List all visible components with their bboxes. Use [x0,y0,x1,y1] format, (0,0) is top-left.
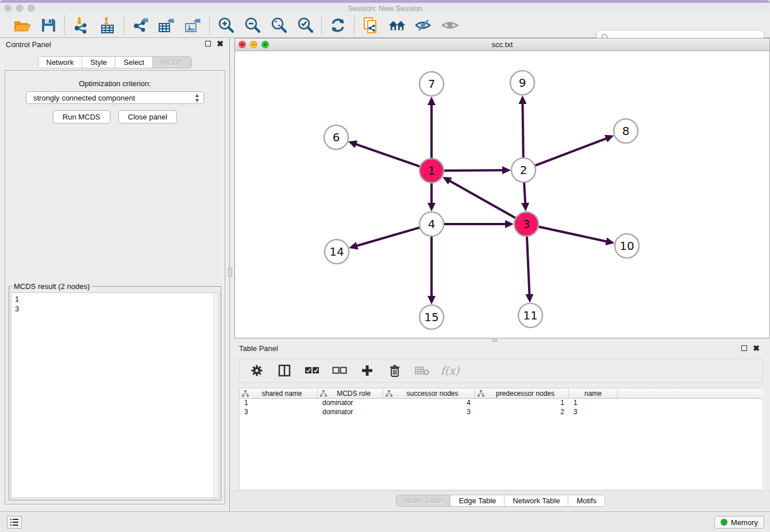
table-tab-node-table[interactable]: Node Table [396,495,451,506]
graph-edge-1-2[interactable] [442,170,505,171]
graph-edge-arrowhead [428,97,436,105]
control-panel-title: Control Panel [6,40,51,49]
table-tab-motifs[interactable]: Motifs [568,495,605,506]
graph-edge-1-6[interactable] [354,144,421,167]
delete-column-button[interactable] [387,363,403,379]
table-cell[interactable]: 3 [240,408,318,417]
run-mcds-button[interactable]: Run MCDS [53,110,110,124]
node-table[interactable]: shared nameMCDS rolesuccessor nodesprede… [239,388,763,490]
delete-table-button[interactable] [414,363,430,379]
export-network-button[interactable] [131,16,149,34]
graph-edge-2-8[interactable] [534,138,608,166]
table-cell[interactable]: 1 [569,399,618,408]
vertical-splitter-grip[interactable] [228,268,232,277]
table-row[interactable]: 3dominator323 [240,408,763,417]
table-tab-edge-table[interactable]: Edge Table [450,495,504,506]
tree-icon [320,390,327,397]
table-cell[interactable]: 2 [475,408,569,417]
table-row[interactable]: 1dominator411 [240,399,763,408]
table-tab-network-table[interactable]: Network Table [504,495,568,506]
select-all-columns-button[interactable] [304,363,320,379]
graph-node-label-15: 15 [424,310,438,324]
zoom-fit-button[interactable] [270,16,288,34]
show-all-button[interactable] [441,16,459,34]
save-session-button[interactable] [39,16,57,34]
network-graph[interactable]: 7968124314101511 [235,51,769,338]
table-cell[interactable]: dominator [318,399,383,408]
tree-icon [242,390,249,397]
network-window-titlebar[interactable]: ✕ − + scc.txt [235,38,769,51]
create-column-button[interactable] [359,363,375,379]
hide-selected-button[interactable] [414,16,433,34]
column-header-successor-nodes[interactable]: successor nodes [383,388,475,398]
zoom-selected-button[interactable] [296,16,314,34]
columns-icon [278,364,291,377]
table-cell[interactable]: 3 [569,408,618,417]
optimization-criterion-value: strongly connected component [33,94,135,102]
dropdown-stepper-icon: ▲▼ [194,92,200,103]
application-window: Session: New Session [0,0,770,532]
table-cell[interactable]: 1 [475,399,569,408]
graph-edge-3-10[interactable] [537,226,609,242]
tab-style[interactable]: Style [82,57,115,68]
graph-edge-arrowhead [521,203,529,211]
table-body: 1dominator4113dominator323 [240,399,763,417]
float-table-panel-icon[interactable] [741,345,747,351]
apply-layout-button[interactable] [329,16,347,34]
table-cell[interactable]: 3 [383,408,475,417]
zoom-out-button[interactable] [243,16,261,34]
table-settings-button[interactable] [249,363,265,379]
column-header-name[interactable]: name [569,388,618,398]
float-panel-icon[interactable] [205,41,211,47]
zoom-out-icon [244,17,261,34]
memory-label: Memory [731,518,758,527]
graph-edge-3-11[interactable] [527,235,530,296]
close-panel-button[interactable]: Close panel [118,110,178,124]
graph-node-label-1: 1 [428,164,436,178]
open-session-button[interactable] [13,16,31,34]
main-toolbar [0,13,770,38]
column-header-predecessor-nodes[interactable]: predecessor nodes [475,388,569,398]
column-label: predecessor nodes [484,390,566,398]
tab-select[interactable]: Select [115,57,152,68]
eye-icon [441,18,459,33]
tab-mcds[interactable]: MCDS [152,57,191,68]
table-cell[interactable]: 4 [383,399,475,408]
function-builder-button[interactable]: f(x) [442,363,458,379]
tab-network[interactable]: Network [38,57,82,68]
import-network-button[interactable] [72,16,90,34]
gear-icon [251,364,263,377]
graph-edge-3-1[interactable] [448,180,517,218]
table-cell[interactable]: 1 [240,399,318,408]
close-panel-icon[interactable]: ✖ [217,41,224,47]
column-header-shared-name[interactable]: shared name [240,388,318,398]
refresh-icon [330,17,346,33]
table-panel: Table Panel ✖ [231,342,770,511]
graph-edge-2-9[interactable] [522,102,523,159]
graph-edge-2-3[interactable] [524,181,525,205]
mcds-panel: Optimization criterion: strongly connect… [5,70,225,504]
mcds-result-title: MCDS result (2 nodes) [12,282,91,291]
task-history-button[interactable] [7,516,22,529]
export-image-button[interactable] [184,16,202,34]
horizontal-splitter-grip[interactable] [492,339,497,342]
result-scrollbar[interactable] [213,293,218,498]
network-canvas[interactable]: 7968124314101511 [235,51,769,338]
mcds-result-textarea[interactable]: 1 3 [11,292,219,498]
table-cell[interactable]: dominator [318,408,383,417]
memory-button[interactable]: Memory [714,516,764,529]
graph-edge-4-14[interactable] [355,227,421,246]
table-tabbar: Node TableEdge TableNetwork TableMotifs [396,495,605,507]
clone-network-button[interactable] [361,16,380,34]
table-scrollbar[interactable] [762,388,765,490]
home-networks-button[interactable] [388,16,406,34]
export-network-icon [132,17,149,34]
close-table-panel-icon[interactable]: ✖ [753,345,760,351]
column-header-MCDS-role[interactable]: MCDS role [318,388,383,398]
show-column-panel-button[interactable] [276,363,292,379]
zoom-in-button[interactable] [217,16,235,34]
import-table-button[interactable] [98,16,117,34]
export-table-button[interactable] [157,16,176,34]
optimization-criterion-select[interactable]: strongly connected component ▲▼ [26,91,204,104]
unselect-all-columns-button[interactable] [332,363,348,379]
